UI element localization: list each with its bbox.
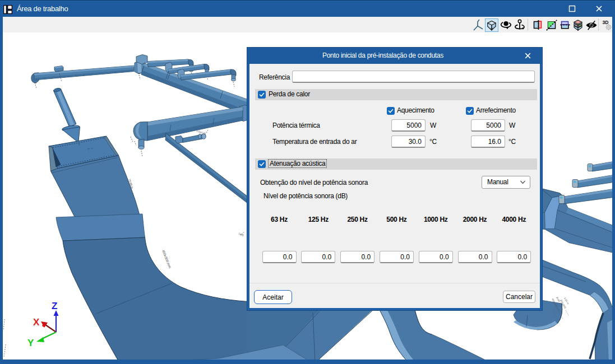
temperatura-arrefecimento-input[interactable] bbox=[471, 136, 505, 148]
perda-calor-checkbox[interactable] bbox=[258, 91, 266, 99]
db-input-63[interactable] bbox=[262, 251, 297, 263]
db-input-4000[interactable] bbox=[497, 251, 531, 263]
db-input-2000[interactable] bbox=[458, 251, 492, 263]
dim-cluster-label: 2x45 bbox=[556, 296, 561, 302]
orbit-icon bbox=[500, 18, 513, 32]
potencia-label: Potência térmica bbox=[272, 122, 320, 129]
eye-slash-icon bbox=[585, 18, 598, 32]
potencia-unit-2: W bbox=[509, 122, 515, 129]
temperatura-unit-1: °C bbox=[429, 138, 437, 146]
nivel-label: Nível de potência sonora (dB) bbox=[263, 192, 348, 200]
obtencao-label: Obtenção do nível de potência sonora bbox=[260, 179, 368, 186]
axes-tool-button[interactable] bbox=[472, 18, 485, 31]
title-bar: Área de trabalho bbox=[0, 0, 615, 17]
freq-250: 250 Hz bbox=[340, 216, 374, 223]
obtencao-dropdown[interactable]: Manual bbox=[482, 176, 530, 189]
dialog-body: Referência Perda de calor Aquecimento Ar… bbox=[249, 50, 540, 308]
section-plane-button[interactable] bbox=[531, 18, 545, 32]
section-fill-icon bbox=[545, 18, 558, 32]
potencia-aquecimento-input[interactable] bbox=[391, 119, 426, 132]
cancel-button[interactable]: Cancelar bbox=[503, 291, 535, 303]
section-fill-button[interactable] bbox=[545, 18, 558, 32]
perda-calor-label: Perda de calor bbox=[269, 90, 310, 98]
turntable-icon bbox=[513, 18, 526, 32]
freq-1000: 1000 Hz bbox=[419, 216, 453, 223]
section-plane-icon bbox=[531, 18, 545, 32]
maximize-button[interactable] bbox=[567, 4, 577, 13]
layers-button[interactable] bbox=[571, 18, 585, 32]
flow-arrow-head bbox=[62, 127, 80, 143]
potencia-unit-1: W bbox=[430, 122, 436, 129]
u-duct bbox=[63, 237, 248, 360]
potencia-arrefecimento-input[interactable] bbox=[471, 119, 505, 132]
referencia-input[interactable] bbox=[292, 71, 535, 83]
axis-x-label: X bbox=[33, 317, 40, 328]
section-top-button[interactable] bbox=[558, 18, 572, 32]
temperatura-unit-2: °C bbox=[508, 138, 516, 146]
temperatura-aquecimento-input[interactable] bbox=[391, 136, 426, 148]
obtencao-value: Manual bbox=[487, 176, 508, 188]
freq-2000: 2000 Hz bbox=[458, 216, 492, 223]
turntable-tool-button[interactable] bbox=[513, 18, 526, 32]
dialog-ponto-inicial: Ponto inicial da pré-instalação de condu… bbox=[247, 48, 542, 310]
axis-z-label: Z bbox=[52, 301, 57, 311]
section-top-icon bbox=[558, 18, 572, 32]
window-icon bbox=[3, 5, 12, 14]
toolbar: 3D bbox=[3, 17, 612, 32]
axis-y-label: Y bbox=[27, 338, 34, 348]
axes-icon bbox=[472, 18, 485, 31]
freq-4000: 4000 Hz bbox=[497, 216, 531, 223]
atenuacao-label: Atenuação acústica bbox=[269, 160, 326, 167]
3d-gear-icon: 3D bbox=[602, 18, 615, 32]
arrefecimento-label: Arrefecimento bbox=[476, 106, 516, 114]
aquecimento-label: Aquecimento bbox=[397, 106, 434, 114]
db-input-250[interactable] bbox=[340, 251, 374, 263]
referencia-label: Referência bbox=[259, 73, 290, 81]
db-input-125[interactable] bbox=[301, 251, 335, 263]
close-button[interactable] bbox=[594, 4, 604, 13]
hide-button[interactable] bbox=[585, 18, 598, 32]
freq-500: 500 Hz bbox=[380, 216, 414, 223]
arrefecimento-checkbox[interactable] bbox=[466, 107, 474, 115]
orbit-tool-button[interactable] bbox=[500, 18, 513, 32]
db-input-500[interactable] bbox=[380, 251, 414, 263]
window-title: Área de trabalho bbox=[17, 0, 68, 17]
atenuacao-checkbox[interactable] bbox=[258, 160, 266, 168]
3d-settings-button[interactable]: 3D bbox=[602, 18, 615, 32]
cube-icon bbox=[485, 19, 498, 31]
chevron-down-icon bbox=[520, 179, 526, 185]
dim-nozzle-label: 125x125 bbox=[196, 129, 206, 135]
dim-duct-label: 450x300 mm bbox=[161, 249, 172, 269]
app-window: 125x125 bbox=[0, 0, 615, 364]
axes-triad: Z X Y bbox=[27, 301, 59, 348]
freq-63: 63 Hz bbox=[262, 216, 297, 223]
aquecimento-checkbox[interactable] bbox=[387, 107, 395, 115]
db-input-1000[interactable] bbox=[419, 251, 453, 263]
accept-button[interactable]: Aceitar bbox=[254, 290, 292, 304]
isometric-view-button[interactable] bbox=[485, 18, 498, 32]
3d-label: 3D bbox=[603, 20, 609, 25]
branch-riser-1 bbox=[136, 55, 147, 64]
freq-125: 125 Hz bbox=[301, 216, 335, 223]
temperatura-label: Temperatura de entrada do ar bbox=[272, 138, 357, 146]
layers-icon bbox=[571, 18, 585, 32]
nozzles-right bbox=[559, 161, 612, 204]
